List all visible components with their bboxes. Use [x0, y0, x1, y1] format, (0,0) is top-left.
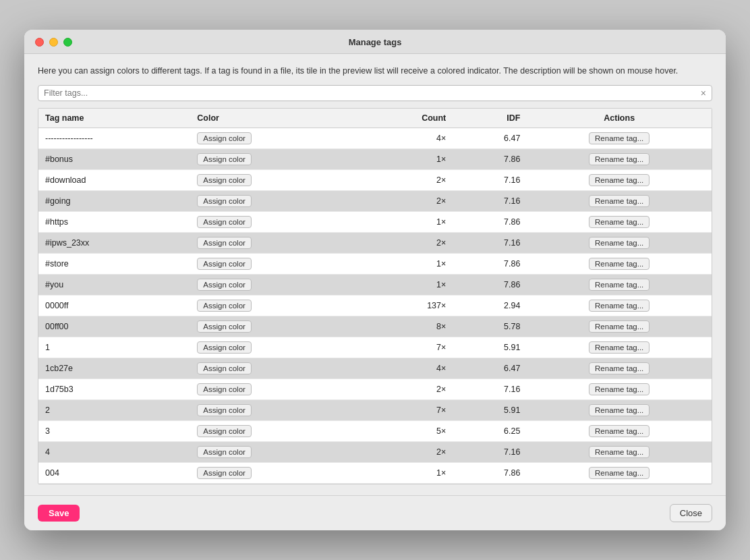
assign-color-button[interactable]: Assign color: [197, 320, 252, 333]
manage-tags-window: Manage tags Here you can assign colors t…: [24, 30, 726, 531]
idf-cell: 5.78: [453, 316, 527, 337]
assign-color-button[interactable]: Assign color: [197, 153, 252, 165]
tag-name-cell: 1cb27e: [38, 358, 190, 379]
color-cell: Assign color: [190, 275, 359, 296]
assign-color-button[interactable]: Assign color: [197, 132, 252, 144]
actions-cell: Rename tag...: [527, 170, 712, 191]
color-cell: Assign color: [190, 337, 359, 358]
assign-color-button[interactable]: Assign color: [197, 467, 252, 479]
maximize-window-button[interactable]: [63, 38, 72, 47]
rename-tag-button[interactable]: Rename tag...: [589, 467, 650, 479]
assign-color-button[interactable]: Assign color: [197, 237, 252, 249]
idf-cell: 6.47: [453, 128, 527, 149]
assign-color-button[interactable]: Assign color: [197, 258, 252, 270]
rename-tag-button[interactable]: Rename tag...: [589, 362, 650, 374]
count-cell: 1×: [359, 275, 453, 296]
assign-color-button[interactable]: Assign color: [197, 300, 252, 312]
tag-name-cell: #bonus: [38, 149, 190, 170]
rename-tag-button[interactable]: Rename tag...: [589, 425, 650, 437]
rename-tag-button[interactable]: Rename tag...: [589, 174, 650, 186]
table-row: #bonusAssign color1×7.86Rename tag...: [38, 149, 712, 170]
tag-name-cell: #store: [38, 254, 190, 275]
close-window-button[interactable]: [35, 38, 44, 47]
window-title: Manage tags: [349, 37, 402, 47]
tag-name-cell: #ipws_23xx: [38, 233, 190, 254]
color-cell: Assign color: [190, 296, 359, 316]
actions-cell: Rename tag...: [527, 421, 712, 442]
rename-tag-button[interactable]: Rename tag...: [589, 237, 650, 249]
table-row: #ipws_23xxAssign color2×7.16Rename tag..…: [38, 233, 712, 254]
rename-tag-button[interactable]: Rename tag...: [589, 383, 650, 395]
table-row: #downloadAssign color2×7.16Rename tag...: [38, 170, 712, 191]
color-cell: Assign color: [190, 316, 359, 337]
assign-color-button[interactable]: Assign color: [197, 383, 252, 395]
count-cell: 2×: [359, 379, 453, 400]
rename-tag-button[interactable]: Rename tag...: [589, 446, 650, 458]
tag-name-cell: 00ff00: [38, 316, 190, 337]
traffic-lights: [35, 38, 72, 47]
count-cell: 8×: [359, 316, 453, 337]
table-row: 1Assign color7×5.91Rename tag...: [38, 337, 712, 358]
rename-tag-button[interactable]: Rename tag...: [589, 216, 650, 228]
table-header-row: Tag name Color Count IDF Actions: [38, 109, 712, 128]
count-cell: 1×: [359, 212, 453, 233]
tag-name-cell: #https: [38, 212, 190, 233]
assign-color-button[interactable]: Assign color: [197, 279, 252, 291]
minimize-window-button[interactable]: [49, 38, 58, 47]
table-row: -----------------Assign color4×6.47Renam…: [38, 128, 712, 149]
actions-cell: Rename tag...: [527, 316, 712, 337]
count-cell: 2×: [359, 191, 453, 212]
assign-color-button[interactable]: Assign color: [197, 341, 252, 354]
rename-tag-button[interactable]: Rename tag...: [589, 132, 650, 144]
tag-name-cell: #going: [38, 191, 190, 212]
color-cell: Assign color: [190, 463, 359, 484]
tag-name-cell: 1d75b3: [38, 379, 190, 400]
save-button[interactable]: Save: [38, 505, 80, 522]
tag-name-cell: 3: [38, 421, 190, 442]
actions-cell: Rename tag...: [527, 296, 712, 316]
count-cell: 7×: [359, 337, 453, 358]
assign-color-button[interactable]: Assign color: [197, 174, 252, 186]
color-cell: Assign color: [190, 254, 359, 275]
table-row: 0000ffAssign color137×2.94Rename tag...: [38, 296, 712, 316]
assign-color-button[interactable]: Assign color: [197, 362, 252, 374]
count-cell: 2×: [359, 442, 453, 463]
idf-cell: 6.25: [453, 421, 527, 442]
count-cell: 5×: [359, 421, 453, 442]
rename-tag-button[interactable]: Rename tag...: [589, 195, 650, 207]
idf-cell: 2.94: [453, 296, 527, 316]
count-cell: 2×: [359, 233, 453, 254]
col-header-count: Count: [359, 109, 453, 128]
rename-tag-button[interactable]: Rename tag...: [589, 341, 650, 354]
actions-cell: Rename tag...: [527, 275, 712, 296]
rename-tag-button[interactable]: Rename tag...: [589, 404, 650, 416]
filter-clear-button[interactable]: ×: [701, 88, 706, 98]
assign-color-button[interactable]: Assign color: [197, 446, 252, 458]
color-cell: Assign color: [190, 191, 359, 212]
count-cell: 1×: [359, 254, 453, 275]
actions-cell: Rename tag...: [527, 191, 712, 212]
filter-input[interactable]: [44, 88, 701, 98]
col-header-actions: Actions: [527, 109, 712, 128]
color-cell: Assign color: [190, 358, 359, 379]
count-cell: 137×: [359, 296, 453, 316]
color-cell: Assign color: [190, 233, 359, 254]
assign-color-button[interactable]: Assign color: [197, 216, 252, 228]
rename-tag-button[interactable]: Rename tag...: [589, 153, 650, 165]
idf-cell: 5.91: [453, 337, 527, 358]
assign-color-button[interactable]: Assign color: [197, 195, 252, 207]
rename-tag-button[interactable]: Rename tag...: [589, 320, 650, 333]
assign-color-button[interactable]: Assign color: [197, 425, 252, 437]
actions-cell: Rename tag...: [527, 212, 712, 233]
rename-tag-button[interactable]: Rename tag...: [589, 258, 650, 270]
idf-cell: 6.47: [453, 358, 527, 379]
rename-tag-button[interactable]: Rename tag...: [589, 300, 650, 312]
close-button[interactable]: Close: [670, 504, 712, 522]
tags-table-container: Tag name Color Count IDF Actions -------…: [38, 108, 712, 484]
tag-name-cell: 1: [38, 337, 190, 358]
rename-tag-button[interactable]: Rename tag...: [589, 279, 650, 291]
tag-name-cell: 004: [38, 463, 190, 484]
idf-cell: 7.86: [453, 212, 527, 233]
assign-color-button[interactable]: Assign color: [197, 404, 252, 416]
idf-cell: 7.86: [453, 275, 527, 296]
